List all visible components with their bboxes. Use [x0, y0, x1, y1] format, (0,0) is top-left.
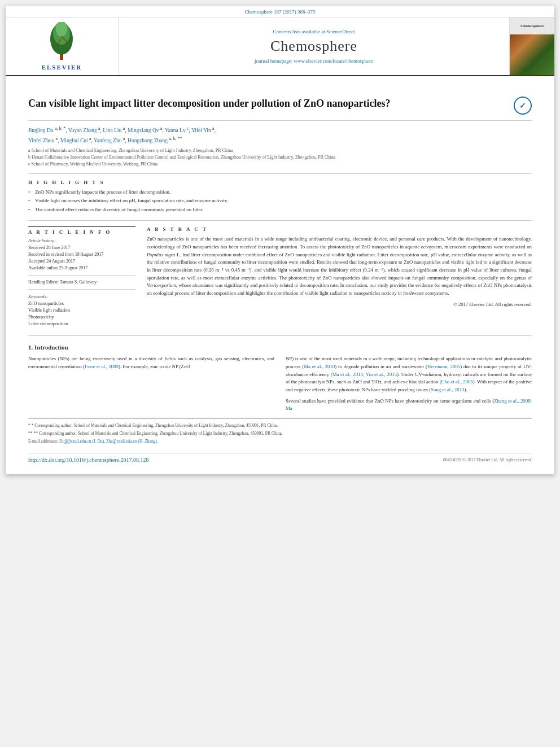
- journal-ref-text: Chemosphere 187 (2017) 368–375: [244, 9, 315, 15]
- footnote-star1: * * Corresponding author. School of Mate…: [28, 422, 532, 429]
- bottom-bar: http://dx.doi.org/10.1016/j.chemosphere.…: [28, 453, 532, 463]
- email-addresses[interactable]: Dujj@zzuli.edu.cn (J. Du), Zha@zzuli.edu…: [59, 439, 158, 444]
- page: Chemosphere 187 (2017) 368–375 ELSEVIER …: [6, 6, 554, 474]
- intro-heading: 1. Introduction: [28, 344, 532, 351]
- article-title: Can visible light impact litter decompos…: [28, 97, 514, 111]
- email-label: E-mail addresses:: [28, 439, 58, 444]
- doi-link[interactable]: http://dx.doi.org/10.1016/j.chemosphere.…: [28, 457, 148, 463]
- author-yinfei[interactable]: Yinfei Zhou: [28, 138, 54, 143]
- ref-ma2013[interactable]: Ma et al., 2013; Yin et al., 2015: [333, 372, 397, 377]
- elsevier-logo: ELSEVIER: [42, 22, 82, 71]
- intro-col-1: Nanoparticles (NPs) are being extensivel…: [28, 355, 274, 412]
- footnote-emails: E-mail addresses: Dujj@zzuli.edu.cn (J. …: [28, 438, 532, 444]
- author-yifei[interactable]: Yifei Yin: [191, 128, 211, 133]
- footnotes-section: * * Corresponding author. School of Mate…: [28, 418, 532, 445]
- keywords-section: Keywords: ZnO nanoparticles Visible ligh…: [28, 294, 135, 326]
- highlight-item-2: Visible light increases the inhibitory e…: [28, 197, 532, 204]
- elsevier-tree-icon: [45, 22, 78, 62]
- ref-zhang2008[interactable]: Zhang et al., 2008; Ma: [286, 398, 532, 412]
- elsevier-wordmark: ELSEVIER: [42, 64, 82, 71]
- intro-number: 1.: [28, 344, 33, 351]
- affiliation-c: c School of Pharmacy, Weifang Medical Un…: [28, 161, 532, 168]
- intro-columns: Nanoparticles (NPs) are being extensivel…: [28, 355, 532, 412]
- highlights-section: H I G H L I G H T S ZnO NPs significantl…: [28, 180, 532, 221]
- info-divider-1: [28, 275, 135, 276]
- copyright-text: © 2017 Elsevier Ltd. All rights reserved…: [147, 302, 532, 307]
- abstract-text: ZnO nanoparticles is one of the most use…: [147, 235, 532, 297]
- journal-header: ELSEVIER Contents lists available at Sci…: [6, 18, 554, 76]
- journal-title-section: Contents lists available at ScienceDirec…: [119, 18, 509, 75]
- keyword-2: Visible light radiation: [28, 307, 135, 313]
- author-mingxiang[interactable]: Mingxiang Qv: [128, 128, 159, 133]
- info-abstract-section: A R T I C L E I N F O Article history: R…: [28, 226, 532, 336]
- journal-cover-photo: [510, 34, 554, 75]
- handling-editor-line: Handling Editor: Tamara S. Galloway: [28, 279, 135, 286]
- article-history-heading: Article history:: [28, 238, 135, 243]
- intro-col2-para2: Several studies have provided evidence t…: [286, 397, 532, 413]
- science-direct-link: Contents lists available at ScienceDirec…: [130, 29, 498, 34]
- elsevier-logo-section: ELSEVIER: [6, 18, 119, 75]
- ref-herrmann[interactable]: Herrmann, 2005: [427, 364, 460, 369]
- footnote-star2: ** ** Corresponding author. School of Ma…: [28, 430, 532, 436]
- intro-col-2: NP) is one of the most used materials in…: [286, 355, 532, 412]
- homepage-label: journal homepage:: [255, 58, 292, 64]
- article-info-heading: A R T I C L E I N F O: [28, 226, 135, 235]
- keyword-1: ZnO nanoparticles: [28, 300, 135, 306]
- intro-col2-text: NP) is one of the most used materials in…: [286, 355, 532, 394]
- authors-text: Jingjing Du a, b, *, Yuyan Zhang a, Lina…: [28, 128, 216, 143]
- author-yuyan[interactable]: Yuyan Zhang: [68, 128, 97, 133]
- science-direct-name[interactable]: ScienceDirect: [326, 29, 355, 34]
- journal-reference: Chemosphere 187 (2017) 368–375: [6, 6, 554, 18]
- info-divider-2: [28, 289, 135, 290]
- crossmark-icon: ✓: [519, 101, 526, 111]
- article-title-section: Can visible light impact litter decompos…: [28, 88, 532, 121]
- main-content: Can visible light impact litter decompos…: [6, 76, 554, 474]
- ref-song[interactable]: Song et al., 2013: [431, 387, 464, 392]
- ref-farre[interactable]: Farre et al., 2009: [85, 364, 119, 369]
- journal-cover-image: Chemosphere: [509, 18, 554, 75]
- footnote-star1-text: * Corresponding author. School of Materi…: [32, 423, 279, 428]
- author-lina[interactable]: Lina Liu: [103, 128, 121, 133]
- highlights-heading: H I G H L I G H T S: [28, 180, 532, 185]
- highlight-item-3: The combined effect reduces the diversit…: [28, 206, 532, 213]
- introduction-section: 1. Introduction Nanoparticles (NPs) are …: [28, 344, 532, 412]
- author-jingjing[interactable]: Jingjing Du: [28, 128, 54, 133]
- highlight-item-1: ZnO NPs significantly impacts the proces…: [28, 189, 532, 196]
- affiliation-b: b Henan Collaborative Innovation Center …: [28, 154, 532, 161]
- homepage-url[interactable]: www.elsevier.com/locate/chemosphere: [294, 58, 373, 64]
- handling-editor-label: Handling Editor:: [28, 279, 59, 285]
- keyword-4: Litter decomposition: [28, 321, 135, 326]
- keywords-heading: Keywords:: [28, 294, 135, 299]
- author-yanna[interactable]: Yanna Lv: [165, 128, 186, 133]
- footnote-star2-text: ** Corresponding author. School of Mater…: [33, 431, 282, 436]
- footnote-star2-label: **: [28, 431, 33, 436]
- abstract-section: A B S T R A C T ZnO nanoparticles is one…: [147, 226, 532, 327]
- intro-title: Introduction: [34, 344, 68, 351]
- issn-text: 0045-6535/© 2017 Elsevier Ltd. All right…: [443, 457, 532, 462]
- handling-editor-name: Tamara S. Galloway: [60, 279, 97, 285]
- article-info-panel: A R T I C L E I N F O Article history: R…: [28, 226, 135, 327]
- ref-cho[interactable]: Cho et al., 2005: [441, 379, 473, 385]
- affiliation-a: a School of Materials and Chemical Engin…: [28, 147, 532, 154]
- author-yanfeng[interactable]: Yanfeng Zhu: [94, 138, 121, 143]
- intro-col1-text: Nanoparticles (NPs) are being extensivel…: [28, 355, 274, 370]
- revised-date: Received in revised form 18 August 2017: [28, 251, 135, 258]
- online-date: Available online 25 August 2017: [28, 265, 135, 272]
- journal-homepage-line: journal homepage: www.elsevier.com/locat…: [130, 58, 498, 64]
- contents-label: Contents lists available at: [273, 29, 325, 34]
- journal-name: Chemosphere: [130, 38, 498, 55]
- keyword-3: Phototoxicity: [28, 314, 135, 320]
- accepted-date: Accepted 24 August 2017: [28, 258, 135, 265]
- received-date: Received 28 June 2017: [28, 244, 135, 251]
- crossmark-badge[interactable]: ✓: [514, 97, 532, 115]
- affiliations-section: a School of Materials and Chemical Engin…: [28, 147, 532, 174]
- ref-ma2010[interactable]: Ma et al., 2010: [304, 364, 335, 369]
- journal-cover-title: Chemosphere: [510, 18, 554, 34]
- authors-list: Jingjing Du a, b, *, Yuyan Zhang a, Lina…: [28, 125, 532, 145]
- author-minghui[interactable]: Minghui Cui: [60, 138, 88, 143]
- abstract-heading: A B S T R A C T: [147, 226, 532, 232]
- author-hongzhong[interactable]: Hongzhong Zhang: [128, 138, 168, 143]
